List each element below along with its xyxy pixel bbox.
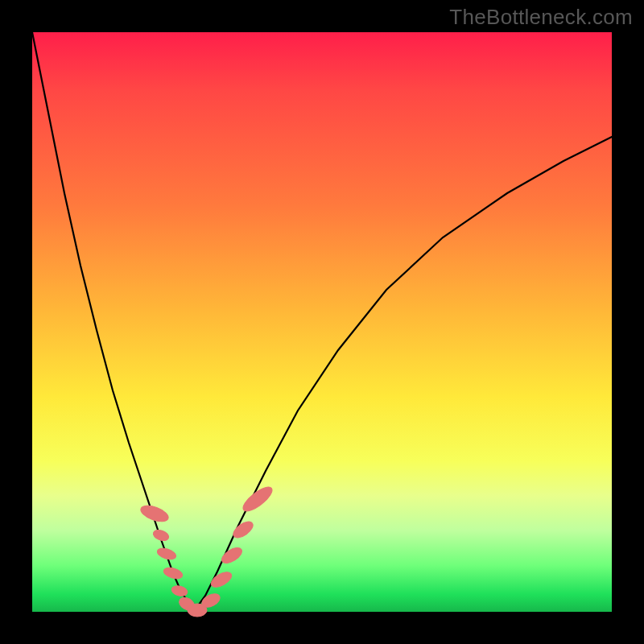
curve-left-branch — [32, 32, 195, 610]
curve-marker — [208, 569, 233, 590]
curve-marker — [163, 566, 184, 580]
curve-svg — [32, 32, 612, 612]
watermark-text: TheBottleneck.com — [449, 5, 633, 30]
curve-marker — [219, 545, 244, 567]
curve-right-branch — [195, 137, 612, 610]
chart-frame: TheBottleneck.com — [0, 0, 644, 644]
curve-marker — [156, 547, 178, 562]
marker-group — [138, 483, 275, 617]
curve-marker — [231, 518, 256, 541]
plot-area — [32, 32, 612, 612]
curve-marker — [152, 528, 171, 543]
curve-marker — [171, 584, 188, 597]
